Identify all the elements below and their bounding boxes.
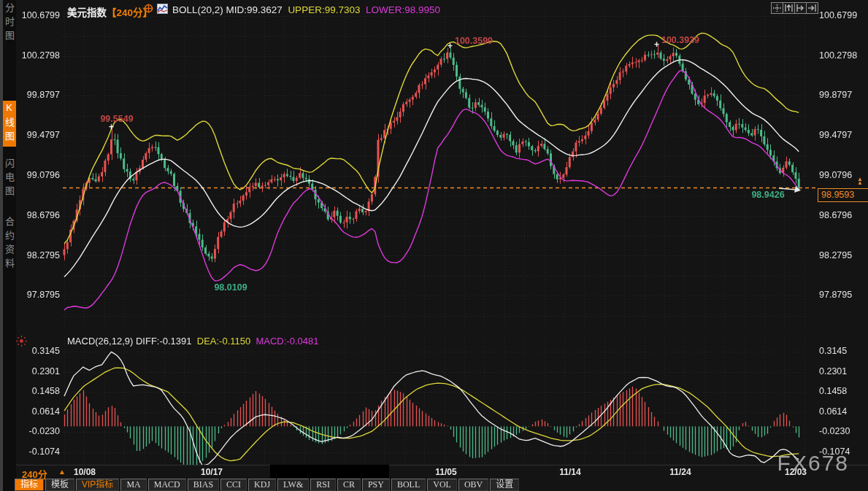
toolbar-item-CCI[interactable]: CCI bbox=[220, 479, 247, 491]
sidebar: 分时图K线图闪电图合约资料 bbox=[3, 0, 16, 491]
sidebar-item-合约资料[interactable]: 合约资料 bbox=[3, 217, 16, 272]
period-up-arrow-icon[interactable]: ▲ bbox=[58, 468, 66, 476]
boll-readout: BOLL(20,2) MID:99.3627 UPPER:99.7303 LOW… bbox=[172, 4, 440, 18]
toolbar-item-模板[interactable]: 模板 bbox=[45, 479, 74, 491]
macd-axis-label-right: 0.3145 bbox=[819, 346, 861, 356]
price-axis-label-right: 98.2795 bbox=[819, 250, 861, 260]
date-tick-11/05: 11/05 bbox=[435, 467, 456, 477]
price-axis-label-right: 97.8795 bbox=[819, 290, 861, 300]
toolbar-item-PSY[interactable]: PSY bbox=[362, 479, 390, 491]
trading-app-window: 分时图K线图闪电图合约资料 美元指数【240分】 BOLL(20,2) MID:… bbox=[0, 0, 868, 491]
toolbar-item-BOLL[interactable]: BOLL bbox=[391, 479, 426, 491]
boll-lower-value: LOWER:98.9950 bbox=[366, 4, 440, 15]
current-price-tag: 98.9593 bbox=[818, 188, 868, 202]
macd-axis-label-left: 0.1458 bbox=[18, 386, 60, 396]
macd-axis-label-left: -0.0230 bbox=[18, 426, 60, 436]
macd-diff-value: DIFF:-0.1391 bbox=[136, 336, 192, 347]
macd-axis-label-left: -0.1074 bbox=[18, 446, 60, 457]
macd-axis-label-left: 0.2301 bbox=[18, 366, 60, 376]
chart-thumbnail-icon[interactable] bbox=[157, 4, 168, 17]
macd-params-label: MACD(26,12,9) bbox=[67, 336, 133, 347]
toolbar-item-设置[interactable]: 设置 bbox=[490, 479, 519, 491]
toolbar-item-KDJ[interactable]: KDJ bbox=[248, 479, 276, 491]
watermark: FX678 bbox=[777, 451, 849, 476]
chart-canvas[interactable] bbox=[0, 0, 868, 491]
toolbar-item-VOL[interactable]: VOL bbox=[427, 479, 457, 491]
macd-axis-label-right: 0.0614 bbox=[819, 406, 861, 417]
toolbar-item-BIAS[interactable]: BIAS bbox=[188, 479, 219, 491]
price-axis-label-left: 100.2798 bbox=[18, 50, 60, 61]
fit-horizontal-button[interactable] bbox=[794, 2, 807, 14]
date-tick-10/17: 10/17 bbox=[201, 467, 223, 477]
boll-label: BOLL(20,2) bbox=[172, 4, 223, 15]
price-axis-label-left: 99.8797 bbox=[18, 90, 60, 100]
price-annotation-100.3939: 100.3939 bbox=[661, 35, 699, 45]
price-axis-label-right: 100.6799 bbox=[819, 10, 861, 20]
toolbar-item-LW&[interactable]: LW& bbox=[277, 479, 309, 491]
price-axis-label-right: 99.4797 bbox=[819, 130, 861, 140]
macd-dea-value: DEA:-0.1150 bbox=[197, 336, 250, 347]
price-axis-label-right: 99.8797 bbox=[819, 90, 861, 100]
sidebar-item-分时图[interactable]: 分时图 bbox=[3, 3, 16, 45]
macd-axis-label-right: 0.2301 bbox=[819, 366, 861, 376]
macd-axis-label-left: 0.0614 bbox=[18, 406, 60, 417]
extreme-plus-marker: + bbox=[654, 42, 659, 47]
price-axis-label-left: 99.0796 bbox=[18, 170, 60, 180]
toolbar-item-RSI[interactable]: RSI bbox=[310, 479, 336, 491]
date-tick-11/14: 11/14 bbox=[559, 467, 580, 477]
target-icon[interactable] bbox=[144, 4, 153, 17]
price-axis-label-right: 99.0796 bbox=[819, 170, 861, 180]
instrument-title: 美元指数 bbox=[67, 7, 107, 18]
macd-axis-label-left: 0.3145 bbox=[18, 346, 60, 356]
boll-mid-value: MID:99.3627 bbox=[226, 4, 283, 15]
price-axis-label-right: 100.2798 bbox=[819, 50, 861, 61]
move-tool-button[interactable] bbox=[771, 2, 783, 14]
toolbar-item-指标[interactable]: 指标 bbox=[15, 479, 44, 491]
extreme-plus-marker: + bbox=[448, 43, 453, 49]
date-tick-10/08: 10/08 bbox=[74, 467, 96, 477]
price-annotation-100.3599: 100.3599 bbox=[455, 36, 493, 46]
bottom-toolbar: 指标模板VIP指标MAMACDBIASCCIKDJLW&RSICRPSYBOLL… bbox=[15, 479, 519, 491]
macd-macd-value: MACD:-0.0481 bbox=[256, 336, 318, 347]
toolbar-item-MA[interactable]: MA bbox=[120, 479, 146, 491]
sidebar-item-闪电图[interactable]: 闪电图 bbox=[3, 158, 16, 200]
macd-axis-label-right: -0.0230 bbox=[819, 426, 861, 436]
price-axis-label-right: 98.6796 bbox=[819, 210, 861, 220]
extreme-plus-marker: + bbox=[109, 124, 114, 130]
page-title: 美元指数【240分】 bbox=[67, 4, 153, 18]
price-annotation-99.5549: 99.5549 bbox=[100, 114, 133, 124]
toolbar-item-MACD[interactable]: MACD bbox=[148, 479, 186, 491]
blank-tooltip-box bbox=[270, 465, 389, 478]
price-axis-label-left: 99.4797 bbox=[18, 130, 60, 140]
price-annotation-98.0109: 98.0109 bbox=[214, 282, 247, 293]
price-axis-label-left: 98.2795 bbox=[18, 250, 60, 260]
macd-axis-label-right: 0.1458 bbox=[819, 386, 861, 396]
fit-vertical-button[interactable] bbox=[783, 2, 795, 14]
boll-upper-value: UPPER:99.7303 bbox=[288, 4, 360, 15]
price-annotation-98.9426: 98.9426 bbox=[751, 190, 784, 200]
price-axis-label-left: 97.8795 bbox=[18, 290, 60, 300]
macd-readout: MACD(26,12,9) DIFF:-0.1391 DEA:-0.1150 M… bbox=[67, 336, 318, 347]
date-tick-11/24: 11/24 bbox=[669, 467, 691, 477]
toolbar-item-CR[interactable]: CR bbox=[337, 479, 361, 491]
toolbar-item-OBV[interactable]: OBV bbox=[458, 479, 488, 491]
sidebar-item-K线图[interactable]: K线图 bbox=[3, 101, 16, 147]
price-axis-label-left: 100.6799 bbox=[18, 10, 60, 20]
price-axis-label-left: 98.6796 bbox=[18, 210, 60, 220]
toolbar-item-VIP指标[interactable]: VIP指标 bbox=[76, 479, 119, 491]
pan-right-button[interactable] bbox=[806, 2, 818, 14]
